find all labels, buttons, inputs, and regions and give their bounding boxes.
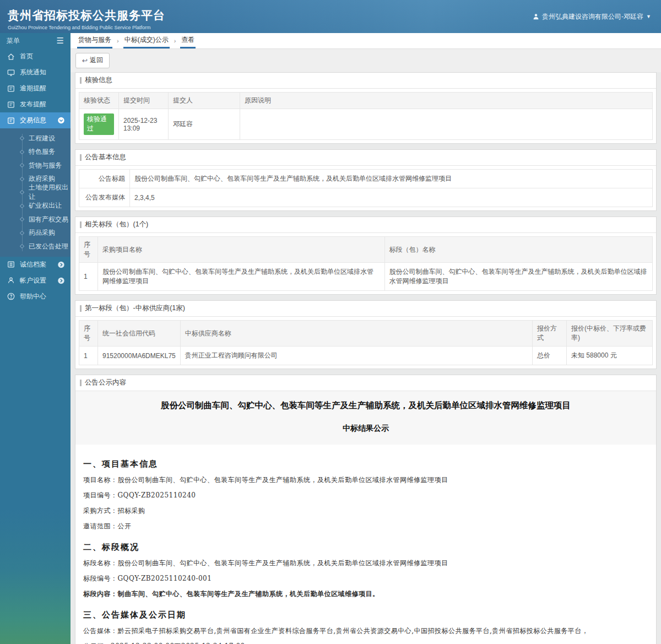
breadcrumb: 货物与服务 › 中标(成交)公示 › 查看 bbox=[71, 33, 661, 49]
table-row: 1 91520000MA6DMEKL75 贵州正业工程咨询顾问有限公司 总价 未… bbox=[79, 347, 653, 365]
project-name: 股份公司制曲车间、勾贮中心、包装车间等生产及生产辅助系统，及机关后勤单位区域排水… bbox=[98, 263, 385, 291]
notice-content-panel: 公告公示内容 股份公司制曲车间、勾贮中心、包装车间等生产及生产辅助系统，及机关后… bbox=[75, 375, 657, 644]
diamond-bullet-icon bbox=[20, 136, 24, 140]
breadcrumb-view[interactable]: 查看 bbox=[180, 33, 196, 48]
credit-code: 91520000MA6DMEKL75 bbox=[98, 347, 181, 365]
sidebar-item-label: 逾期提醒 bbox=[20, 84, 46, 93]
submenu-item-state-property[interactable]: 国有产权交易 bbox=[0, 213, 71, 226]
sidebar-item-system-notice[interactable]: 系统通知 bbox=[0, 64, 71, 80]
hamburger-icon[interactable]: ☰ bbox=[57, 36, 64, 46]
sidebar-item-label: 交易信息 bbox=[20, 116, 46, 125]
col-header: 报价(中标价、下浮率或费率) bbox=[567, 321, 653, 347]
submit-time: 2025-12-23 13:09 bbox=[119, 109, 169, 140]
basic-info-table: 公告标题 股份公司制曲车间、勾贮中心、包装车间等生产及生产辅助系统，及机关后勤单… bbox=[79, 169, 653, 207]
doc-heading-2: 二、标段概况 bbox=[83, 542, 648, 553]
price-method: 总价 bbox=[533, 347, 567, 365]
section-code-line: 标段编号：GQQY-ZB2025110240-001 bbox=[83, 574, 648, 583]
diamond-bullet-icon bbox=[20, 177, 24, 181]
breadcrumb-award-notice[interactable]: 中标(成交)公示 bbox=[123, 33, 170, 48]
section-name: 股份公司制曲车间、勾贮中心、包装车间等生产及生产辅助系统，及机关后勤单位区域排水… bbox=[384, 263, 653, 291]
status-badge: 核验通过 bbox=[84, 113, 114, 135]
field-label: 公告发布媒体 bbox=[79, 188, 130, 207]
section-title-winner: 第一标段（包）-中标供应商(1家) bbox=[75, 301, 656, 317]
project-code-line: 项目编号：GQQY-ZB2025110240 bbox=[83, 491, 648, 500]
row-no: 1 bbox=[79, 263, 98, 291]
doc-subtitle: 中标结果公示 bbox=[86, 424, 645, 434]
sidebar-item-label: 帮助中心 bbox=[20, 292, 46, 301]
diamond-bullet-icon bbox=[20, 190, 24, 194]
chevron-right-icon: › bbox=[174, 37, 176, 48]
bid-price: 未知 588000 元 bbox=[567, 347, 653, 365]
document-icon bbox=[7, 101, 15, 109]
winning-supplier-panel: 第一标段（包）-中标供应商(1家) 序号 统一社会信用代码 中标供应商名称 报价… bbox=[75, 300, 657, 369]
submenu-item-drug-procurement[interactable]: 药品采购 bbox=[0, 226, 71, 240]
question-circle-icon bbox=[7, 293, 15, 300]
sidebar-item-label: 发布提醒 bbox=[20, 100, 46, 109]
brand: 贵州省招标投标公共服务平台 GuiZhou Province Tendering… bbox=[0, 3, 165, 30]
sidebar: 菜单 ☰ 首页 系统通知 逾期提醒 发布提醒 交易信息 工程建设 特色服务 货物… bbox=[0, 33, 71, 644]
trade-info-submenu: 工程建设 特色服务 货物与服务 政府采购 土地使用权出让 矿业权出让 国有产权交… bbox=[0, 128, 71, 257]
table-row: 公告发布媒体 2,3,4,5 bbox=[79, 188, 653, 207]
related-sections-panel: 相关标段（包）(1个) 序号 采购项目名称 标段（包）名称 1 股份公司制曲车间… bbox=[75, 217, 657, 295]
col-header: 采购项目名称 bbox=[98, 237, 385, 263]
toolbar: ↩ 返回 bbox=[71, 49, 661, 72]
col-header: 提交人 bbox=[169, 93, 240, 109]
sidebar-header: 菜单 ☰ bbox=[0, 33, 71, 48]
chevron-right-circle-icon bbox=[57, 277, 65, 284]
sidebar-item-home[interactable]: 首页 bbox=[0, 48, 71, 64]
sidebar-item-label: 首页 bbox=[20, 52, 33, 61]
diamond-bullet-icon bbox=[20, 244, 24, 248]
back-button[interactable]: ↩ 返回 bbox=[75, 53, 110, 68]
table-row: 1 股份公司制曲车间、勾贮中心、包装车间等生产及生产辅助系统，及机关后勤单位区域… bbox=[79, 263, 653, 291]
sidebar-item-account-settings[interactable]: 帐户设置 bbox=[0, 273, 71, 289]
submitter: 邓廷容 bbox=[169, 109, 240, 140]
section-title-notice-content: 公告公示内容 bbox=[75, 375, 656, 391]
table-row: 公告标题 股份公司制曲车间、勾贮中心、包装车间等生产及生产辅助系统，及机关后勤单… bbox=[79, 170, 653, 188]
user-menu[interactable]: 贵州弘典建设咨询有限公司-邓廷容 ▼ bbox=[533, 12, 661, 21]
breadcrumb-goods-services[interactable]: 货物与服务 bbox=[77, 33, 112, 48]
notice-document: 股份公司制曲车间、勾贮中心、包装车间等生产及生产辅助系统，及机关后勤单位区域排水… bbox=[75, 391, 656, 644]
doc-heading-3: 三、公告媒体及公示日期 bbox=[83, 610, 648, 620]
section-title-verify: 核验信息 bbox=[75, 73, 656, 89]
submenu-item-mining-rights[interactable]: 矿业权出让 bbox=[0, 199, 71, 213]
publicity-period-line: 公示期：2025-12-23 00:00至2025-12-24 17:00 bbox=[83, 642, 648, 644]
diamond-bullet-icon bbox=[20, 163, 24, 167]
sidebar-item-trade-info[interactable]: 交易信息 bbox=[0, 112, 71, 128]
sidebar-item-credit-archive[interactable]: 诚信档案 bbox=[0, 257, 71, 273]
diamond-bullet-icon bbox=[20, 231, 24, 235]
document-icon bbox=[7, 117, 15, 125]
notice-title-value: 股份公司制曲车间、勾贮中心、包装车间等生产及生产辅助系统，及机关后勤单位区域排水… bbox=[130, 170, 653, 188]
row-no: 1 bbox=[79, 347, 98, 365]
diamond-bullet-icon bbox=[20, 150, 24, 154]
sidebar-item-help-center[interactable]: 帮助中心 bbox=[0, 289, 71, 305]
section-title-related: 相关标段（包）(1个) bbox=[75, 217, 656, 233]
col-header: 序号 bbox=[79, 321, 98, 347]
col-header: 原因说明 bbox=[240, 93, 653, 109]
submenu-item-engineering[interactable]: 工程建设 bbox=[0, 132, 71, 145]
back-arrow-icon: ↩ bbox=[82, 57, 88, 64]
section-name-line: 标段名称：股份公司制曲车间、勾贮中心、包装车间等生产及生产辅助系统，及机关后勤单… bbox=[83, 559, 648, 568]
submenu-item-special-service[interactable]: 特色服务 bbox=[0, 145, 71, 159]
col-header: 中标供应商名称 bbox=[180, 321, 532, 347]
verify-info-panel: 核验信息 核验状态 提交时间 提交人 原因说明 核验通过 2025-12-23 … bbox=[75, 72, 657, 144]
main-content: 货物与服务 › 中标(成交)公示 › 查看 ↩ 返回 核验信息 核验状态 提交时… bbox=[71, 33, 661, 644]
section-content-line: 标段内容：制曲车间、勾贮中心、包装车间等生产及生产辅助系统，机关后勤单位区域维修… bbox=[83, 589, 648, 599]
chevron-down-circle-icon bbox=[57, 117, 65, 124]
chevron-right-icon: › bbox=[117, 37, 119, 48]
sidebar-item-overdue-reminder[interactable]: 逾期提醒 bbox=[0, 80, 71, 96]
col-header: 核验状态 bbox=[79, 93, 119, 109]
sidebar-item-publish-reminder[interactable]: 发布提醒 bbox=[0, 96, 71, 112]
verify-table: 核验状态 提交时间 提交人 原因说明 核验通过 2025-12-23 13:09… bbox=[79, 92, 653, 140]
submenu-item-published-notices[interactable]: 已发公告处理 bbox=[0, 240, 71, 253]
chevron-right-circle-icon bbox=[57, 261, 65, 268]
section-title-basic: 公告基本信息 bbox=[75, 150, 656, 166]
col-header: 统一社会信用代码 bbox=[98, 321, 181, 347]
notice-basic-panel: 公告基本信息 公告标题 股份公司制曲车间、勾贮中心、包装车间等生产及生产辅助系统… bbox=[75, 149, 657, 211]
chevron-down-icon: ▼ bbox=[646, 14, 651, 19]
submenu-item-land-use[interactable]: 土地使用权出让 bbox=[0, 186, 71, 199]
doc-title-band: 股份公司制曲车间、勾贮中心、包装车间等生产及生产辅助系统，及机关后勤单位区域排水… bbox=[75, 391, 656, 445]
publish-media-value: 2,3,4,5 bbox=[130, 188, 653, 207]
home-icon bbox=[7, 53, 15, 61]
document-icon bbox=[7, 85, 15, 93]
submenu-item-goods-services[interactable]: 货物与服务 bbox=[0, 159, 71, 172]
